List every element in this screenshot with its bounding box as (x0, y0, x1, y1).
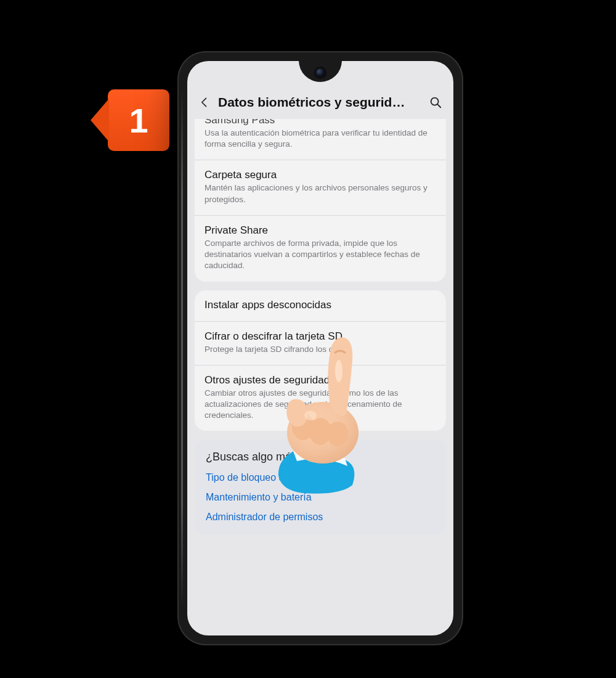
suggestion-link-lock-type[interactable]: Tipo de bloqueo de pantalla (206, 472, 435, 483)
camera-notch (299, 61, 342, 82)
step-badge-shape: 1 (108, 89, 169, 151)
suggestion-link-permissions[interactable]: Administrador de permisos (206, 512, 435, 523)
item-secure-folder[interactable]: Carpeta segura Mantén las aplicaciones y… (195, 160, 446, 215)
svg-line-1 (437, 104, 440, 107)
suggestion-link-battery[interactable]: Mantenimiento y batería (206, 492, 435, 503)
item-title: Samsung Pass (205, 119, 436, 126)
suggestions-heading: ¿Buscas algo más? (206, 451, 435, 464)
settings-group-2: Instalar apps desconocidas Cifrar o desc… (195, 290, 446, 431)
item-title: Carpeta segura (205, 169, 436, 181)
settings-header: Datos biométricos y segurid… (187, 86, 453, 119)
item-private-share[interactable]: Private Share Comparte archivos de forma… (195, 216, 446, 282)
item-other-security[interactable]: Otros ajustes de seguridad Cambiar otros… (195, 366, 446, 431)
item-desc: Comparte archivos de forma privada, impi… (205, 238, 436, 272)
phone-screen: Datos biométricos y segurid… Samsung Pas… (187, 61, 453, 635)
back-icon[interactable] (198, 96, 211, 108)
item-samsung-pass[interactable]: Samsung Pass Usa la autenticación biomét… (195, 119, 446, 160)
step-badge: 1 (95, 89, 169, 151)
item-desc: Usa la autenticación biométrica para ver… (205, 128, 436, 150)
suggestions-block: ¿Buscas algo más? Tipo de bloqueo de pan… (195, 439, 446, 535)
item-title: Cifrar o descifrar la tarjeta SD (205, 330, 436, 343)
step-number: 1 (129, 100, 148, 141)
item-encrypt-sd[interactable]: Cifrar o descifrar la tarjeta SD Protege… (195, 322, 446, 366)
phone-frame: Datos biométricos y segurid… Samsung Pas… (179, 52, 462, 644)
item-title: Private Share (205, 224, 436, 237)
item-desc: Protege la tarjeta SD cifrando los datos… (205, 344, 436, 355)
settings-content: Samsung Pass Usa la autenticación biomét… (187, 119, 453, 635)
settings-group-1: Samsung Pass Usa la autenticación biomét… (195, 119, 446, 282)
item-title: Instalar apps desconocidas (205, 299, 436, 311)
item-install-unknown-apps[interactable]: Instalar apps desconocidas (195, 290, 446, 322)
page-title: Datos biométricos y segurid… (218, 95, 421, 110)
search-icon[interactable] (429, 96, 442, 109)
item-title: Otros ajustes de seguridad (205, 374, 436, 386)
item-desc: Mantén las aplicaciones y los archivos p… (205, 182, 436, 205)
item-desc: Cambiar otros ajustes de seguridad, como… (205, 388, 436, 422)
